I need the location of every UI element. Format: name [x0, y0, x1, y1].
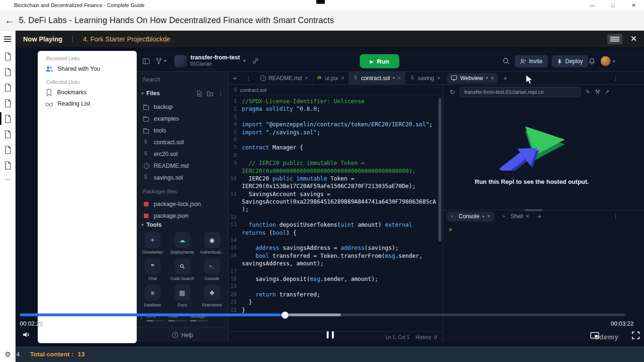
fullscreen-icon[interactable] — [632, 331, 640, 339]
new-folder-icon[interactable] — [207, 90, 213, 97]
help-button[interactable]: ? Help — [137, 328, 228, 342]
tool-tile[interactable]: >_ Console — [197, 258, 227, 285]
layout-panel-icon[interactable] — [142, 58, 150, 65]
tools-section-header[interactable]: ▾ Tools — [137, 222, 228, 228]
editor-tab[interactable]: README.md ▾ × — [256, 72, 313, 84]
file-tree-item[interactable]: contract.sol — [137, 136, 228, 148]
run-button[interactable]: ▶ Run — [360, 54, 399, 68]
editor-tab[interactable]: contract.sol ▾ × — [349, 72, 405, 84]
tool-tile[interactable]: ❞ Chat — [138, 258, 167, 285]
webview-tab[interactable]: Webview ▾ × — [447, 73, 498, 83]
invite-button[interactable]: Invite — [515, 55, 548, 67]
chevron-down-icon[interactable]: ▾ — [243, 58, 246, 63]
close-icon[interactable]: × — [437, 75, 440, 82]
sidebar-item-document[interactable] — [0, 80, 15, 95]
sidebar-item-document[interactable] — [0, 95, 15, 111]
tool-tile[interactable]: ▤ Docs — [167, 285, 197, 311]
editor-tab[interactable]: ui.jsx ▾ × — [313, 72, 349, 84]
packager-files-header[interactable]: Packager files — [143, 189, 177, 194]
url-input[interactable]: transfer-from-test.01clarian.repl.co — [460, 87, 581, 97]
open-external-icon[interactable]: ↗ — [605, 89, 610, 95]
close-button[interactable]: ✕ — [623, 0, 644, 10]
files-section-header[interactable]: ▾ Files ⋮ — [137, 88, 228, 99]
file-tree-item[interactable]: backup — [137, 101, 228, 113]
kebab-menu-icon[interactable]: ⋮ — [613, 213, 619, 220]
shared-with-you-item[interactable]: Shared with You — [38, 63, 137, 74]
close-icon[interactable]: × — [397, 75, 401, 82]
chevron-down-icon[interactable]: ▾ — [486, 76, 487, 80]
picture-in-picture-icon[interactable] — [590, 332, 599, 339]
search-icon[interactable] — [503, 58, 510, 65]
tool-tile[interactable]: ≡ Database — [138, 285, 167, 311]
edit-pencil-icon[interactable]: ✎ — [586, 89, 590, 95]
tool-tile[interactable]: ⚲ Code Search — [167, 258, 197, 285]
close-icon[interactable]: × — [487, 213, 490, 220]
history-button[interactable]: History ↺ — [416, 334, 438, 340]
devtools-icon[interactable]: ⚒ — [595, 89, 600, 95]
repl-avatar[interactable] — [174, 55, 187, 67]
file-tree-item[interactable]: examples — [137, 113, 228, 124]
tool-tile[interactable]: ☁ Deployments — [167, 232, 197, 258]
editor-scrollbar[interactable] — [438, 98, 441, 242]
shell-tab[interactable]: >_ Shell × — [499, 212, 533, 222]
file-tree-item[interactable]: README.md — [137, 160, 228, 172]
maximize-button[interactable]: □ — [603, 0, 623, 10]
drag-handle[interactable] — [524, 209, 542, 211]
close-player-icon[interactable]: ✕ — [628, 33, 639, 45]
console-output[interactable]: > — [443, 222, 644, 342]
reading-list-item[interactable]: Reading List — [38, 98, 137, 109]
kebab-menu-icon[interactable]: ⋮ — [613, 75, 619, 82]
new-tab-icon[interactable]: + — [229, 72, 241, 84]
repl-identity[interactable]: transfer-from-test 01Clarian — [190, 54, 240, 66]
code-editor[interactable]: 1//SPDX-License-Identifier: Unlicense2pr… — [229, 95, 443, 331]
new-tab-icon[interactable]: + — [504, 74, 507, 82]
kebab-menu-icon[interactable]: ⋮ — [218, 90, 223, 97]
new-tab-icon[interactable]: + — [537, 213, 541, 220]
pause-button[interactable] — [327, 331, 334, 338]
file-search-input[interactable]: Search — [142, 76, 160, 83]
sidebar-item-document[interactable] — [0, 49, 15, 64]
sidebar-item-document[interactable] — [0, 111, 15, 126]
file-tree-item[interactable]: tools — [137, 124, 228, 136]
close-icon[interactable]: × — [526, 213, 529, 220]
playlist-queue-icon[interactable] — [607, 34, 622, 44]
tool-tile[interactable]: ❖ Extensions — [197, 285, 227, 311]
back-arrow-icon[interactable]: ← — [0, 15, 19, 26]
close-icon[interactable]: × — [341, 75, 344, 82]
sidebar-item-document[interactable] — [0, 142, 15, 157]
chevron-down-icon[interactable]: ▾ — [393, 76, 395, 80]
new-file-icon[interactable] — [196, 90, 202, 97]
sidebar-item-document[interactable] — [0, 126, 15, 142]
link-icon[interactable] — [252, 58, 259, 65]
tool-tile[interactable]: ◉ Authenticati... — [197, 232, 227, 258]
fork-icon[interactable] — [156, 58, 162, 65]
hamburger-menu-icon[interactable] — [4, 36, 11, 42]
sidebar-item-document[interactable] — [0, 157, 15, 173]
refresh-icon[interactable]: ↻ — [450, 89, 455, 96]
chevron-down-icon[interactable]: ▾ — [613, 59, 615, 64]
volume-icon[interactable] — [22, 331, 31, 338]
user-avatar[interactable] — [601, 56, 611, 66]
file-type-icon — [143, 151, 149, 157]
gear-icon[interactable]: ⚙ — [0, 350, 16, 359]
progress-handle[interactable] — [281, 312, 289, 319]
sidebar-item-document[interactable] — [0, 64, 15, 80]
bookmarks-item[interactable]: Bookmarks — [38, 87, 137, 98]
editor-tab[interactable]: saving ▾ × — [405, 72, 445, 84]
video-player[interactable]: Received Links Shared with You Collected… — [16, 47, 644, 346]
close-icon[interactable]: × — [490, 75, 494, 82]
file-tree-item[interactable]: erc20.sol — [137, 148, 228, 160]
file-tree-item[interactable]: savings.sol — [137, 172, 228, 183]
packager-file-item[interactable]: package.json — [137, 210, 228, 222]
close-icon[interactable]: × — [305, 75, 308, 82]
chevron-down-icon[interactable]: ▾ — [164, 58, 166, 63]
tool-tile[interactable]: ✦ Ghostwriter — [138, 232, 167, 258]
chevron-down-icon[interactable]: ▾ — [482, 214, 484, 219]
bell-icon[interactable] — [588, 58, 595, 65]
deploy-button[interactable]: Deploy — [552, 55, 588, 67]
kebab-menu-icon[interactable]: ⋮ — [241, 72, 256, 84]
progress-bar[interactable] — [20, 313, 625, 316]
console-tab[interactable]: >_ Console ▾ × — [447, 212, 494, 222]
packager-file-item[interactable]: package-lock.json — [137, 198, 228, 210]
minimize-button[interactable]: — — [582, 0, 603, 10]
